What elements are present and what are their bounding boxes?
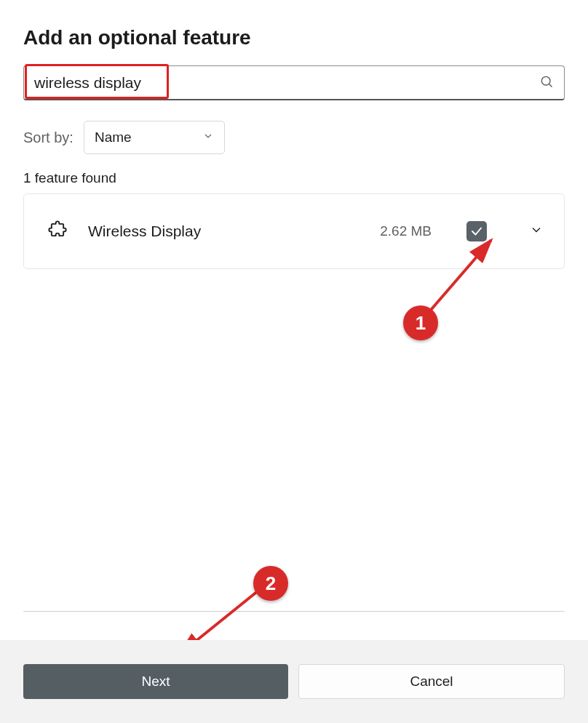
results-count: 1 feature found: [23, 170, 565, 186]
divider: [23, 611, 565, 612]
sort-select[interactable]: Name: [84, 121, 225, 154]
svg-point-0: [541, 76, 550, 85]
annotation-badge-1: 1: [403, 305, 438, 340]
page-title: Add an optional feature: [23, 26, 565, 49]
next-button[interactable]: Next: [23, 664, 288, 699]
sort-select-value: Name: [95, 129, 132, 145]
puzzle-icon: [47, 220, 68, 243]
search-field-container[interactable]: [23, 65, 565, 100]
sort-label: Sort by:: [23, 129, 74, 146]
chevron-down-icon: [202, 129, 214, 145]
svg-line-1: [549, 84, 552, 87]
annotation-badge-2: 2: [253, 566, 288, 601]
expand-chevron-icon[interactable]: [529, 223, 544, 240]
feature-row[interactable]: Wireless Display 2.62 MB: [23, 193, 565, 269]
feature-name: Wireless Display: [88, 223, 359, 240]
footer-bar: Next Cancel: [0, 640, 588, 723]
cancel-button[interactable]: Cancel: [298, 664, 565, 699]
feature-size: 2.62 MB: [380, 223, 432, 239]
search-input[interactable]: [34, 74, 528, 92]
feature-checkbox[interactable]: [466, 221, 487, 241]
search-icon: [539, 74, 554, 92]
